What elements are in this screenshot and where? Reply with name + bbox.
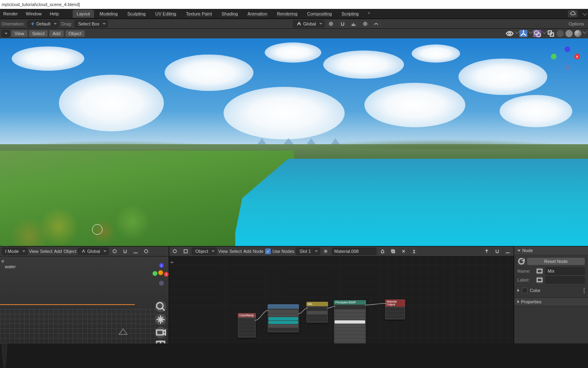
add-menu[interactable]: Add xyxy=(54,249,62,254)
svg-rect-18 xyxy=(391,250,394,252)
view-menu[interactable]: View xyxy=(218,249,228,254)
add-menu[interactable]: Add xyxy=(49,30,64,37)
add-menu[interactable]: Add xyxy=(243,249,251,254)
use-nodes-checkbox[interactable] xyxy=(265,248,271,254)
label-input[interactable] xyxy=(546,276,585,284)
edit-3d-viewport[interactable]: e water Z X xyxy=(0,257,169,343)
name-input[interactable]: Mix xyxy=(546,267,585,275)
3d-viewport[interactable]: X xyxy=(0,38,588,246)
properties-panel-header[interactable]: Properties xyxy=(514,298,588,306)
collapse-arrows-icon[interactable]: ◂▸ xyxy=(170,260,174,264)
proportional-toggle[interactable] xyxy=(361,20,370,28)
proportional-toggle[interactable] xyxy=(142,247,151,255)
node-menu[interactable]: Node xyxy=(253,249,264,254)
zoom-icon[interactable] xyxy=(155,301,166,312)
mode-dropdown[interactable]: t Mode xyxy=(2,248,27,255)
snap-dropdown[interactable] xyxy=(131,247,140,255)
chevron-down-icon[interactable] xyxy=(528,29,533,34)
drag-dropdown[interactable]: Select Box xyxy=(75,20,108,27)
shading-rendered[interactable] xyxy=(574,30,582,37)
node-color-ramp[interactable]: ColorRamp xyxy=(238,313,256,338)
select-menu[interactable]: Select xyxy=(29,30,48,37)
node-snap-dropdown[interactable] xyxy=(503,247,512,255)
proportional-dropdown[interactable] xyxy=(372,20,381,28)
overlay-icon[interactable] xyxy=(533,30,541,37)
tab-sculpting[interactable]: Sculpting xyxy=(123,10,150,18)
tab-shading[interactable]: Shading xyxy=(218,10,242,18)
editor-type-dropdown[interactable] xyxy=(2,30,10,37)
orientation-dropdown[interactable]: Default xyxy=(27,20,59,27)
duplicate-icon[interactable] xyxy=(389,247,398,255)
tab-uv[interactable]: UV Editing xyxy=(151,10,180,18)
transform-space-dropdown[interactable]: Global xyxy=(293,20,324,27)
menu-help[interactable]: Help xyxy=(48,11,61,17)
snap-node-icon[interactable] xyxy=(493,247,502,255)
node-material-output[interactable]: Material Output xyxy=(385,299,405,320)
tab-layout[interactable]: Layout xyxy=(73,10,94,18)
material-browse-icon[interactable] xyxy=(322,247,331,255)
outliner-mini: e water xyxy=(2,258,16,269)
gizmo-icon[interactable] xyxy=(519,30,527,37)
reset-node-button[interactable]: Reset Node xyxy=(527,258,585,265)
snap-toggle[interactable] xyxy=(338,20,347,28)
node-canvas[interactable]: ◂▸ ColorRamp Mix Principled BSDF Materia… xyxy=(169,257,514,343)
visibility-icon[interactable] xyxy=(506,30,514,37)
material-name-field[interactable]: Material.008 xyxy=(332,248,377,255)
options-button[interactable]: Options xyxy=(566,21,586,26)
unlink-icon[interactable] xyxy=(399,247,408,255)
shading-material[interactable] xyxy=(565,30,573,37)
view-menu[interactable]: View xyxy=(11,30,27,37)
select-menu[interactable]: Select xyxy=(229,249,242,254)
chevron-down-icon[interactable] xyxy=(542,29,546,34)
node-texture[interactable] xyxy=(268,304,299,332)
refresh-icon[interactable] xyxy=(517,257,525,265)
navigation-gizmo[interactable]: X xyxy=(556,46,580,71)
chevron-down-icon[interactable] xyxy=(582,11,587,15)
chevron-down-icon[interactable] xyxy=(515,29,519,34)
node-mix[interactable]: Mix xyxy=(306,302,328,323)
snap-dropdown[interactable] xyxy=(349,20,358,28)
svg-point-10 xyxy=(113,250,116,253)
tab-modeling[interactable]: Modeling xyxy=(96,10,122,18)
add-workspace-button[interactable]: + xyxy=(364,10,373,18)
select-menu[interactable]: Select xyxy=(40,249,52,254)
node-panel-header[interactable]: Node xyxy=(514,246,588,254)
snap-toggle[interactable] xyxy=(121,247,130,255)
shader-object-dropdown[interactable]: Object xyxy=(192,248,217,255)
slot-dropdown[interactable]: Slot 1 xyxy=(296,248,320,255)
perspective-icon[interactable] xyxy=(155,340,166,343)
shader-type-icon[interactable] xyxy=(181,247,190,255)
z-axis-ball[interactable] xyxy=(565,46,570,52)
menu-dots-icon[interactable] xyxy=(584,288,585,293)
pivot-dropdown[interactable] xyxy=(327,20,336,28)
xray-icon[interactable] xyxy=(547,30,555,37)
view-menu[interactable]: View xyxy=(29,249,39,254)
pin-icon[interactable] xyxy=(410,247,419,255)
shading-solid[interactable] xyxy=(557,30,564,37)
editor-type-dropdown[interactable] xyxy=(171,247,180,255)
tab-compositing[interactable]: Compositing xyxy=(303,10,336,18)
cloud-sync-icon[interactable] xyxy=(568,10,578,17)
pivot-dropdown[interactable] xyxy=(110,247,119,255)
node-principled-bsdf[interactable]: Principled BSDF xyxy=(334,300,366,343)
triangle-right-icon[interactable] xyxy=(517,289,519,292)
fake-user-icon[interactable] xyxy=(378,247,387,255)
pan-icon[interactable] xyxy=(155,314,166,325)
menu-window[interactable]: Window xyxy=(24,11,43,17)
object-menu[interactable]: Object xyxy=(63,249,76,254)
transform-space-dropdown[interactable]: Global xyxy=(78,248,109,255)
tab-animation[interactable]: Animation xyxy=(243,10,271,18)
camera-view-icon[interactable] xyxy=(155,327,166,338)
title-bar: mp\cloud_tutorial\cloud_scene_4.blend] xyxy=(0,0,588,9)
tab-rendering[interactable]: Rendering xyxy=(273,10,301,18)
object-menu[interactable]: Object xyxy=(65,30,85,37)
menu-render[interactable]: Render xyxy=(2,11,19,17)
y-axis-ball[interactable] xyxy=(551,54,557,59)
neg-z-ball[interactable] xyxy=(565,65,570,70)
tab-texpaint[interactable]: Texture Paint xyxy=(182,10,216,18)
tab-scripting[interactable]: Scripting xyxy=(337,10,363,18)
color-checkbox[interactable] xyxy=(522,288,527,293)
chevron-down-icon[interactable] xyxy=(582,29,587,34)
x-axis-ball[interactable]: X xyxy=(574,54,580,59)
arrow-up-icon[interactable] xyxy=(482,247,491,255)
